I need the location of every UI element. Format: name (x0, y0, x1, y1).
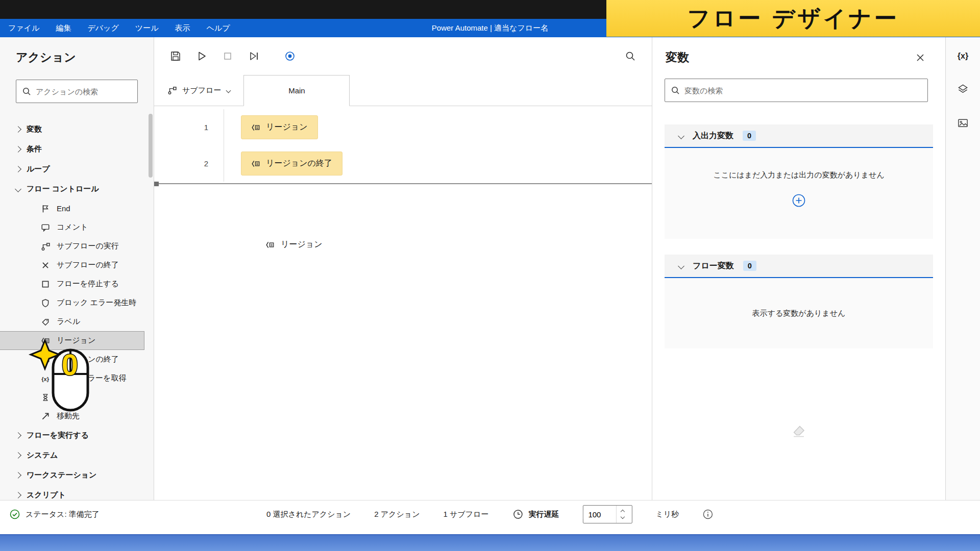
eraser-icon (791, 423, 806, 441)
group-label: フロー コントロール (27, 184, 99, 194)
group-label: ワークステーション (27, 470, 96, 480)
flag-icon (41, 204, 50, 213)
save-icon[interactable] (169, 50, 182, 62)
stepper-arrows[interactable] (616, 506, 629, 523)
goto-icon (41, 412, 50, 421)
action-item-wait[interactable]: 待機 (0, 388, 154, 407)
io-variables-body: ここにはまだ入力または出力の変数がありません (665, 148, 933, 239)
subflows-count: 1 サブフロー (443, 510, 488, 519)
tab-main[interactable]: Main (243, 75, 350, 106)
chevron-down-icon (226, 88, 231, 93)
drag-ghost-region: リージョン (265, 239, 323, 250)
flow-designer-banner: フロー デザイナー (606, 0, 980, 37)
chevron-up-icon[interactable] (621, 510, 625, 514)
menu-help[interactable]: ヘルプ (199, 19, 238, 37)
group-label: ループ (27, 164, 50, 174)
region-icon (41, 336, 50, 345)
variables-panel-title: 変数 (666, 49, 689, 65)
action-item-region[interactable]: リージョン (0, 331, 144, 350)
menu-debug[interactable]: デバッグ (79, 19, 127, 37)
right-rail: {x} (945, 37, 980, 500)
images-icon[interactable] (957, 117, 969, 129)
sidebar-group-variables[interactable]: 変数 (0, 119, 154, 139)
recorder-icon[interactable] (284, 50, 296, 62)
get-error-icon: {x} (41, 374, 50, 383)
flow-variables-header[interactable]: フロー変数 0 (665, 255, 933, 278)
action-item-label: 最後のエラーを取得 (57, 373, 126, 383)
sidebar-group-workstation[interactable]: ワークステーション (0, 465, 154, 485)
canvas-search-icon[interactable] (624, 50, 636, 62)
action-item-get-last-error[interactable]: {x} 最後のエラーを取得 (0, 369, 154, 388)
action-item-label: ブロック エラー発生時 (57, 298, 136, 308)
variables-icon[interactable]: {x} (958, 52, 968, 61)
subflow-selector[interactable]: サブフロー (154, 75, 243, 106)
action-item-label: リージョン (57, 336, 95, 345)
action-item-label: サブフローの実行 (57, 241, 119, 251)
flow-action-end-region[interactable]: リージョンの終了 (241, 152, 342, 176)
io-variables-empty-text: ここにはまだ入力または出力の変数がありません (713, 170, 885, 180)
run-delay-stepper[interactable] (582, 505, 632, 523)
flow-variables-section: フロー変数 0 表示する変数がありません (665, 255, 933, 348)
action-item-comment[interactable]: コメント (0, 218, 154, 237)
action-item-label: リージョンの終了 (57, 355, 119, 364)
chevron-down-icon[interactable] (621, 515, 625, 519)
group-label: フローを実行する (27, 431, 89, 440)
flow-action-label: リージョンの終了 (266, 158, 332, 169)
flow-row-2: 2 リージョンの終了 (154, 145, 652, 182)
ui-elements-icon[interactable] (957, 83, 969, 95)
io-variables-header[interactable]: 入出力変数 0 (665, 124, 933, 148)
menu-file[interactable]: ファイル (0, 19, 47, 37)
action-item-label: 待機 (57, 392, 72, 402)
sidebar-group-conditions[interactable]: 条件 (0, 139, 154, 159)
action-item-on-block-error[interactable]: ブロック エラー発生時 (0, 293, 154, 312)
add-variable-icon[interactable] (792, 193, 806, 208)
chevron-down-icon (678, 133, 684, 139)
sidebar-group-loops[interactable]: ループ (0, 159, 154, 179)
chevron-right-icon (15, 146, 21, 153)
run-delay-label: 実行遅延 (528, 510, 559, 519)
actions-search-input[interactable] (36, 87, 137, 96)
sidebar-group-scripts[interactable]: スクリプト (0, 485, 154, 500)
sidebar-scrollbar[interactable] (149, 114, 153, 178)
menu-tools[interactable]: ツール (127, 19, 167, 37)
action-item-exit-subflow[interactable]: サブフローの終了 (0, 256, 154, 274)
menu-view[interactable]: 表示 (167, 19, 199, 37)
chevron-down-icon (678, 263, 684, 269)
chevron-down-icon (15, 186, 21, 192)
menu-edit[interactable]: 編集 (47, 19, 79, 37)
subflow-run-icon (41, 242, 50, 251)
row-number: 2 (154, 145, 224, 182)
status-text: ステータス: 準備完了 (26, 510, 100, 519)
action-item-end-region[interactable]: リージョンの終了 (0, 350, 154, 369)
info-icon[interactable] (702, 509, 714, 520)
flow-variables-empty-text: 表示する変数がありません (752, 309, 846, 318)
taskbar-strip (0, 534, 980, 551)
main-area: アクション 変数 条件 ループ フロー コントロール (0, 37, 980, 500)
variables-search-input[interactable] (684, 86, 922, 95)
sidebar-group-run-flow[interactable]: フローを実行する (0, 425, 154, 445)
stop-icon[interactable] (222, 50, 234, 62)
action-item-end[interactable]: End (0, 199, 154, 218)
action-item-run-subflow[interactable]: サブフローの実行 (0, 237, 154, 256)
subflow-tab-bar: サブフロー Main (154, 75, 652, 106)
close-icon[interactable] (915, 52, 926, 63)
variables-search-box[interactable] (665, 79, 928, 102)
flow-action-region[interactable]: リージョン (241, 115, 318, 139)
run-delay-input[interactable] (583, 510, 616, 519)
drag-ghost-label: リージョン (281, 239, 323, 250)
sidebar-group-system[interactable]: システム (0, 445, 154, 465)
wait-icon (41, 393, 50, 402)
actions-search-box[interactable] (16, 80, 138, 103)
run-next-action-icon[interactable] (248, 50, 260, 62)
action-item-go-to[interactable]: 移動先 (0, 407, 154, 425)
search-icon (671, 86, 680, 95)
action-item-stop-flow[interactable]: フローを停止する (0, 274, 154, 293)
actions-panel: アクション 変数 条件 ループ フロー コントロール (0, 37, 154, 500)
action-item-label: End (57, 204, 70, 213)
sidebar-group-flow-control[interactable]: フロー コントロール (0, 179, 154, 199)
action-item-label: コメント (57, 222, 88, 232)
shield-icon (41, 298, 50, 308)
run-icon[interactable] (195, 50, 208, 62)
action-item-label-action[interactable]: ラベル (0, 312, 154, 331)
flow-row-1: 1 リージョン (154, 109, 652, 145)
